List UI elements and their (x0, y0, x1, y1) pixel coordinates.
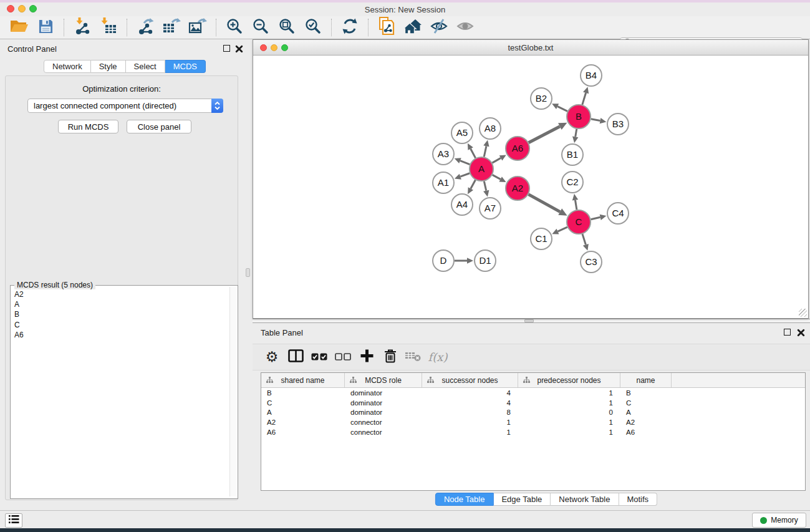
graph-edge-C-C4 (591, 217, 600, 219)
graph-node-A4[interactable]: A4 (451, 194, 473, 215)
tab-style[interactable]: Style (91, 60, 126, 73)
tab-node-table[interactable]: Node Table (435, 493, 494, 506)
show-all-button[interactable] (455, 18, 476, 37)
column-header-name[interactable]: name (620, 373, 672, 387)
run-mcds-button[interactable]: Run MCDS (58, 120, 118, 133)
result-item[interactable]: B (11, 309, 231, 319)
close-panel-button[interactable]: Close panel (127, 120, 191, 133)
graph-node-A3[interactable]: A3 (433, 143, 454, 165)
graph-node-A5[interactable]: A5 (451, 122, 473, 143)
zoom-fit-button[interactable] (276, 18, 297, 37)
tab-motifs[interactable]: Motifs (619, 493, 657, 506)
graph-node-A7[interactable]: A7 (480, 198, 501, 219)
table-settings-button[interactable]: ⚙ (261, 344, 282, 370)
graph-node-A1[interactable]: A1 (433, 172, 454, 193)
table-row[interactable]: Bdominator41B (261, 388, 805, 398)
refresh-button[interactable] (339, 18, 360, 37)
save-button[interactable] (35, 18, 56, 37)
table-column-icon (266, 377, 273, 385)
zoom-out-button[interactable] (250, 18, 271, 37)
table-row[interactable]: Adominator80A (261, 407, 805, 417)
deselect-all-button[interactable] (332, 344, 354, 370)
graph-node-B4[interactable]: B4 (581, 65, 602, 86)
graph-node-A[interactable]: A (470, 157, 493, 181)
graph-edge-B-B3 (591, 119, 600, 121)
select-all-button[interactable] (309, 344, 330, 370)
vertical-splitter[interactable] (243, 39, 253, 501)
graph-node-C4[interactable]: C4 (607, 203, 629, 224)
graph-edge-A-A4 (471, 180, 476, 189)
export-network-button[interactable] (135, 18, 156, 37)
table-close-panel-icon[interactable] (797, 328, 805, 339)
column-view-button[interactable] (285, 344, 306, 370)
graph-node-A2[interactable]: A2 (506, 177, 529, 200)
result-item[interactable]: C (11, 320, 231, 330)
result-item[interactable]: A (11, 299, 231, 309)
float-panel-icon[interactable] (223, 45, 230, 52)
table-row[interactable]: A2connector11A2 (261, 417, 805, 427)
hide-selected-button[interactable] (428, 18, 450, 37)
column-header-MCDS-role[interactable]: MCDS role (345, 373, 422, 387)
graph-node-D1[interactable]: D1 (475, 250, 496, 271)
svg-text:C1: C1 (535, 233, 547, 244)
tab-edge-table[interactable]: Edge Table (493, 493, 551, 506)
table-cell: dominator (345, 389, 422, 397)
graph-node-C2[interactable]: C2 (562, 172, 583, 193)
export-table-button[interactable] (161, 18, 182, 37)
result-item[interactable]: A2 (11, 289, 231, 299)
tab-network[interactable]: Network (44, 60, 91, 73)
function-builder-button[interactable]: f(x) (427, 344, 448, 370)
vertical-splitter-handle[interactable] (246, 268, 250, 277)
tab-mcds[interactable]: MCDS (165, 60, 206, 73)
graph-node-B3[interactable]: B3 (607, 114, 629, 135)
svg-text:A6: A6 (512, 143, 523, 153)
column-header-predecessor-nodes[interactable]: predecessor nodes (518, 373, 620, 387)
graph-node-A6[interactable]: A6 (506, 137, 529, 160)
delete-table-button[interactable] (402, 344, 423, 370)
graph-node-D[interactable]: D (433, 250, 454, 271)
horizontal-splitter[interactable] (253, 319, 810, 323)
svg-text:C3: C3 (585, 256, 597, 267)
result-item[interactable]: A6 (11, 330, 231, 340)
first-neighbors-button[interactable] (402, 18, 423, 37)
graph-node-B1[interactable]: B1 (562, 144, 583, 165)
network-canvas[interactable]: B4B2BB3A8A5A6A3B1AC2A1A2A4A7C4CC1C3DD1 (253, 56, 808, 318)
graph-node-C[interactable]: C (567, 210, 591, 234)
import-network-button[interactable] (72, 18, 93, 37)
zoom-selected-button[interactable] (302, 18, 324, 37)
delete-columns-button[interactable] (380, 344, 401, 370)
task-history-button[interactable] (5, 513, 22, 528)
table-cell: A2 (620, 418, 672, 426)
table-row[interactable]: Cdominator41C (261, 398, 805, 408)
horizontal-splitter-handle[interactable] (524, 319, 534, 322)
close-panel-icon[interactable] (235, 44, 243, 56)
network-window-titlebar[interactable]: testGlobe.txt (253, 40, 808, 56)
table-panel-title: Table Panel (261, 328, 303, 337)
criterion-dropdown[interactable]: largest connected component (directed) (27, 99, 223, 113)
create-column-button[interactable] (356, 344, 377, 370)
tab-select[interactable]: Select (126, 60, 165, 73)
column-header-shared-name[interactable]: shared name (261, 373, 345, 387)
graph-node-B[interactable]: B (567, 105, 591, 128)
graph-node-B2[interactable]: B2 (531, 88, 552, 109)
checked-boxes-icon (311, 352, 327, 363)
dropdown-stepper-icon (211, 99, 223, 113)
table-cell: 1 (518, 428, 620, 436)
export-image-button[interactable] (187, 18, 208, 37)
graph-node-C3[interactable]: C3 (581, 251, 602, 273)
graph-node-A8[interactable]: A8 (480, 118, 501, 139)
control-panel-tabs: NetworkStyleSelectMCDS (44, 60, 206, 73)
optimization-criterion-label: Optimization criterion: (6, 84, 238, 94)
result-list-scrollbar[interactable] (229, 287, 236, 496)
resize-grip-icon[interactable] (799, 309, 807, 317)
table-row[interactable]: A6connector11A6 (261, 427, 805, 437)
memory-button[interactable]: Memory (752, 513, 806, 528)
tab-network-table[interactable]: Network Table (551, 493, 619, 506)
new-network-from-file-button[interactable] (376, 18, 397, 37)
zoom-in-button[interactable] (224, 18, 245, 37)
open-button[interactable] (9, 18, 30, 37)
graph-node-C1[interactable]: C1 (531, 228, 552, 249)
table-float-panel-icon[interactable] (784, 329, 791, 336)
import-table-button[interactable] (98, 18, 119, 37)
column-header-successor-nodes[interactable]: successor nodes (422, 373, 518, 387)
